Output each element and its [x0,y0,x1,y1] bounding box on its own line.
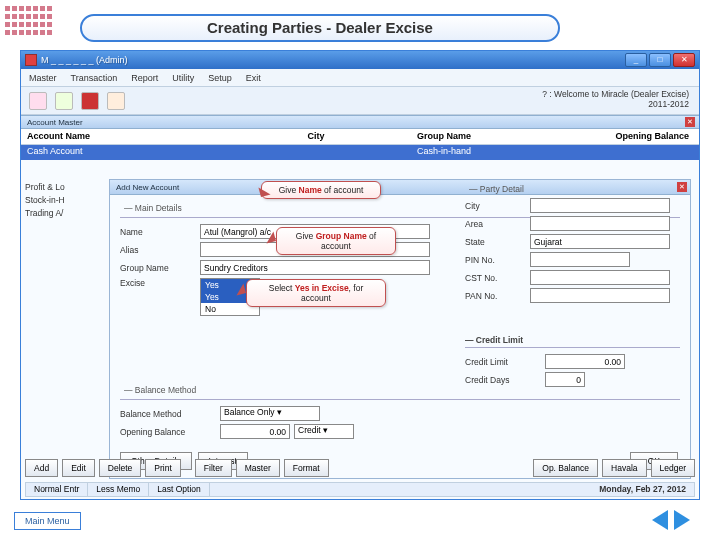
city-label: City [465,201,530,211]
opening-balance-input[interactable] [220,424,290,439]
menu-report[interactable]: Report [131,69,158,86]
menu-bar: Master Transaction Report Utility Setup … [21,69,699,87]
state-input[interactable] [530,234,670,249]
close-button[interactable]: ✕ [673,53,695,67]
decorative-squares [4,4,53,36]
menu-utility[interactable]: Utility [172,69,194,86]
alias-label: Alias [120,245,200,255]
print-button[interactable]: Print [145,459,180,477]
pan-input[interactable] [530,288,670,303]
balance-method-group: — Balance Method Balance Method Balance … [120,383,680,442]
menu-exit[interactable]: Exit [246,69,261,86]
delete-button[interactable]: Delete [99,459,142,477]
cst-label: CST No. [465,273,530,283]
area-input[interactable] [530,216,670,231]
main-menu-button[interactable]: Main Menu [14,512,81,530]
status-normal[interactable]: Normal Entr [26,483,88,496]
add-button[interactable]: Add [25,459,58,477]
menu-transaction[interactable]: Transaction [71,69,118,86]
filter-button[interactable]: Filter [195,459,232,477]
menu-master[interactable]: Master [29,69,57,86]
credit-limit-group: — Credit Limit Credit Limit Credit Days [465,335,680,390]
balance-method-select[interactable]: Balance Only ▾ [220,406,320,421]
prev-arrow-icon[interactable] [642,510,668,530]
party-detail-label: — Party Detail [469,184,680,194]
callout-excise: Select Yes in Excise, for account [246,279,386,307]
window-titlebar[interactable]: M _ _ _ _ _ _ (Admin) _ □ ✕ [21,51,699,69]
opening-type-select[interactable]: Credit ▾ [294,424,354,439]
left-list: Profit & Lo Stock-in-H Trading A/ [21,179,101,222]
tool-icon-2[interactable] [55,92,73,110]
opening-balance-label: Opening Balance [120,427,220,437]
format-button[interactable]: Format [284,459,329,477]
nav-arrows [642,510,700,530]
group-input[interactable] [200,260,430,275]
edit-button[interactable]: Edit [62,459,95,477]
welcome-text: ? : Welcome to Miracle (Dealer Excise) 2… [542,89,689,109]
close-section-icon[interactable]: ✕ [685,117,695,127]
app-window: M _ _ _ _ _ _ (Admin) _ □ ✕ Master Trans… [20,50,700,500]
name-label: Name [120,227,200,237]
credit-limit-input[interactable] [545,354,625,369]
status-date: Monday, Feb 27, 2012 [210,483,694,496]
slide-title: Creating Parties - Dealer Excise [80,14,560,42]
callout-group: Give Group Name of account [276,227,396,255]
col-group-name[interactable]: Group Name [411,129,561,144]
op-balance-button[interactable]: Op. Balance [533,459,598,477]
tool-icon-4[interactable] [107,92,125,110]
maximize-button[interactable]: □ [649,53,671,67]
list-item[interactable]: Stock-in-H [25,194,97,207]
col-opening-balance[interactable]: Opening Balance [561,129,699,144]
window-title: M _ _ _ _ _ _ (Admin) [41,55,625,65]
area-label: Area [465,219,530,229]
col-city[interactable]: City [221,129,411,144]
ledger-button[interactable]: Ledger [651,459,695,477]
columns-header: Account Name City Group Name Opening Bal… [21,129,699,145]
account-master-header: Account Master ✕ [21,115,699,129]
credit-limit-label: Credit Limit [465,357,545,367]
footer-toolbar: Add Edit Delete Print Filter Master Form… [25,459,695,479]
minimize-button[interactable]: _ [625,53,647,67]
pin-input[interactable] [530,252,630,267]
state-label: State [465,237,530,247]
menu-setup[interactable]: Setup [208,69,232,86]
callout-name: Give Name of account [261,181,381,199]
next-arrow-icon[interactable] [674,510,700,530]
status-last-option[interactable]: Last Option [149,483,209,496]
balance-method-label: Balance Method [120,409,220,419]
status-less-memo[interactable]: Less Memo [88,483,149,496]
add-new-account-dialog: Add New Account ✕ — Main Details Name Al… [109,179,691,479]
app-icon [25,54,37,66]
pin-label: PIN No. [465,255,530,265]
tool-icon-3[interactable] [81,92,99,110]
master-button[interactable]: Master [236,459,280,477]
list-item[interactable]: Profit & Lo [25,181,97,194]
excise-label: Excise [120,278,200,288]
party-detail-column: — Party Detail City Area State PIN No. C… [465,202,680,306]
group-label: Group Name [120,263,200,273]
status-bar: Normal Entr Less Memo Last Option Monday… [25,482,695,497]
table-row[interactable]: Cash Account Cash-in-hand [21,145,699,160]
col-account-name[interactable]: Account Name [21,129,221,144]
havala-button[interactable]: Havala [602,459,646,477]
tool-icon-1[interactable] [29,92,47,110]
city-input[interactable] [530,198,670,213]
cst-input[interactable] [530,270,670,285]
list-item[interactable]: Trading A/ [25,207,97,220]
pan-label: PAN No. [465,291,530,301]
